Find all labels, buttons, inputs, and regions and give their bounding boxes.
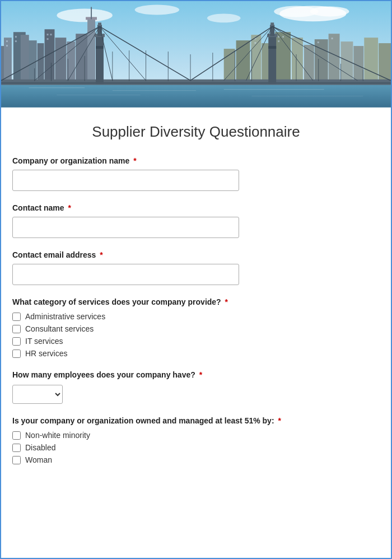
- svg-point-4: [57, 8, 112, 22]
- svg-rect-8: [4, 38, 12, 85]
- svg-rect-36: [341, 41, 353, 85]
- svg-rect-55: [96, 35, 104, 83]
- company-name-label: Company or organization name *: [12, 156, 380, 165]
- required-star-1: *: [131, 156, 136, 165]
- ownership-label-disabled: Disabled: [25, 443, 55, 452]
- svg-rect-28: [236, 40, 250, 85]
- ownership-checkbox-disabled[interactable]: [12, 444, 21, 452]
- services-group: What category of services does your comp…: [12, 297, 380, 358]
- svg-rect-57: [96, 46, 104, 49]
- ownership-question-label: Is your company or organization owned an…: [12, 416, 380, 425]
- contact-name-group: Contact name *: [12, 203, 380, 238]
- svg-point-3: [310, 6, 349, 16]
- service-option-it[interactable]: IT services: [12, 337, 380, 346]
- service-checkbox-consultant[interactable]: [12, 325, 21, 333]
- required-star-5: *: [197, 370, 202, 379]
- svg-rect-60: [268, 35, 276, 83]
- svg-rect-22: [47, 38, 49, 40]
- svg-rect-47: [1, 84, 391, 108]
- service-checkbox-it[interactable]: [12, 337, 21, 346]
- form-area: Supplier Diversity Questionnaire Company…: [1, 108, 391, 493]
- ownership-checkbox-nonwhite[interactable]: [12, 431, 21, 440]
- svg-rect-34: [315, 39, 328, 85]
- service-label-it: IT services: [25, 337, 63, 346]
- service-label-hr: HR services: [25, 349, 67, 358]
- svg-rect-59: [98, 22, 101, 26]
- contact-name-label: Contact name *: [12, 203, 380, 212]
- svg-rect-13: [45, 29, 55, 85]
- svg-rect-54: [1, 82, 391, 84]
- employees-select[interactable]: 1-10 11-50 51-200 201-500 500+: [12, 385, 63, 404]
- ownership-checkbox-woman[interactable]: [12, 456, 21, 464]
- svg-rect-62: [268, 46, 276, 49]
- svg-rect-35: [329, 34, 340, 85]
- contact-email-group: Contact email address *: [12, 250, 380, 285]
- service-label-administrative: Administrative services: [25, 312, 105, 321]
- ownership-label-woman: Woman: [25, 455, 52, 464]
- required-star-4: *: [223, 297, 228, 306]
- service-checkbox-administrative[interactable]: [12, 313, 21, 321]
- svg-rect-33: [304, 45, 314, 85]
- svg-rect-19: [15, 36, 17, 38]
- header-image: [1, 1, 391, 108]
- svg-rect-21: [47, 34, 49, 35]
- svg-rect-38: [364, 38, 378, 85]
- ownership-option-woman[interactable]: Woman: [12, 455, 380, 464]
- required-star-3: *: [97, 250, 102, 259]
- svg-rect-31: [275, 32, 291, 85]
- svg-rect-17: [6, 40, 8, 42]
- svg-rect-26: [91, 7, 92, 19]
- svg-rect-12: [38, 43, 44, 85]
- svg-rect-46: [332, 38, 333, 39]
- svg-rect-41: [254, 42, 256, 44]
- service-option-administrative[interactable]: Administrative services: [12, 312, 380, 321]
- svg-rect-64: [270, 22, 274, 26]
- company-name-group: Company or organization name *: [12, 156, 380, 191]
- svg-rect-24: [87, 18, 95, 85]
- svg-rect-10: [28, 40, 37, 85]
- svg-rect-39: [379, 43, 391, 85]
- svg-point-6: [207, 13, 241, 22]
- service-option-consultant[interactable]: Consultant services: [12, 324, 380, 333]
- svg-rect-23: [50, 34, 52, 35]
- form-title: Supplier Diversity Questionnaire: [12, 123, 380, 141]
- ownership-label-nonwhite: Non-white minority: [25, 431, 90, 440]
- svg-rect-43: [278, 40, 279, 42]
- svg-point-5: [135, 5, 180, 15]
- contact-email-input[interactable]: [12, 264, 239, 285]
- svg-rect-44: [282, 36, 284, 38]
- service-option-hr[interactable]: HR services: [12, 349, 380, 358]
- company-name-input[interactable]: [12, 170, 239, 191]
- services-question-label: What category of services does your comp…: [12, 297, 380, 306]
- ownership-group: Is your company or organization owned an…: [12, 416, 380, 464]
- ownership-option-disabled[interactable]: Disabled: [12, 443, 380, 452]
- svg-rect-20: [15, 40, 17, 42]
- service-checkbox-hr[interactable]: [12, 350, 21, 358]
- employees-group: How many employees does your company hav…: [12, 370, 380, 404]
- page-container: Supplier Diversity Questionnaire Company…: [0, 0, 392, 559]
- svg-rect-11: [21, 35, 29, 85]
- ownership-option-nonwhite[interactable]: Non-white minority: [12, 431, 380, 440]
- employees-question-label: How many employees does your company hav…: [12, 370, 380, 379]
- svg-rect-14: [55, 38, 66, 85]
- required-star-6: *: [276, 416, 281, 425]
- required-star-2: *: [66, 203, 71, 212]
- bridge-scene-svg: [1, 1, 391, 108]
- contact-name-input[interactable]: [12, 217, 239, 238]
- contact-email-label: Contact email address *: [12, 250, 380, 259]
- service-label-consultant: Consultant services: [25, 324, 94, 333]
- svg-rect-45: [318, 41, 319, 43]
- svg-rect-18: [6, 45, 8, 46]
